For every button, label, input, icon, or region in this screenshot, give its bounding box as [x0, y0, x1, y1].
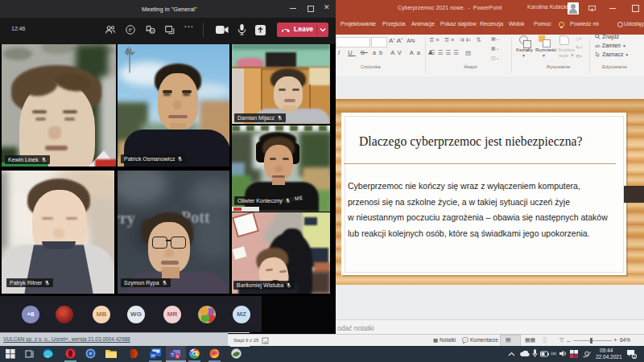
svg-text:9: 9: [176, 354, 179, 359]
svg-text:W: W: [151, 353, 155, 358]
svg-text:2: 2: [633, 354, 635, 359]
